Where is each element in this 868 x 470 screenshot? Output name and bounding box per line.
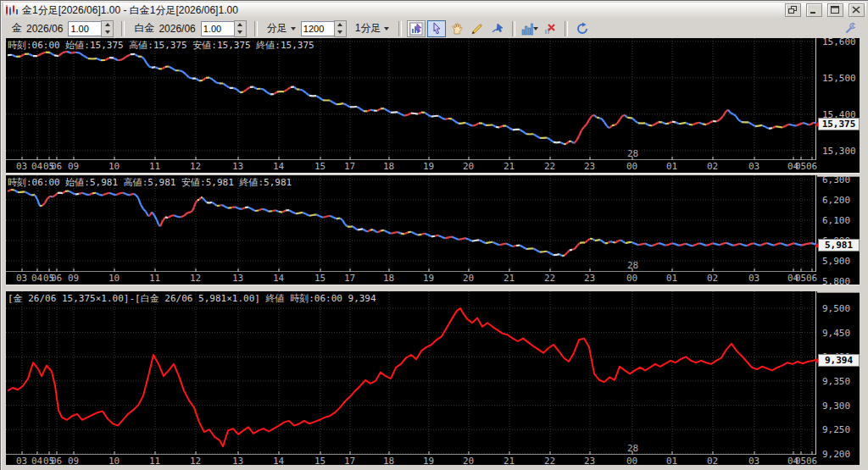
- x-tick-label: 00: [626, 161, 637, 172]
- x-tick-label: 22: [544, 273, 555, 284]
- x-tick-label: 09: [68, 456, 79, 465]
- gold-multiplier-spinner[interactable]: [101, 20, 114, 37]
- wrench-icon[interactable]: [844, 20, 858, 36]
- x-tick-label: 20: [463, 456, 474, 465]
- x-tick-label: 01: [666, 456, 677, 465]
- clear-indicators-button[interactable]: [541, 20, 559, 37]
- toolbar-separator: [512, 21, 515, 36]
- x-tick-label: 09: [68, 273, 79, 284]
- bar-count-field: [301, 20, 347, 37]
- platinum-chart-header: 時刻:06:00 始値:5,981 高値:5,981 安値:5,981 終値:5…: [8, 176, 292, 189]
- svg-text:28: 28: [627, 443, 638, 454]
- x-tick-label: 23: [584, 161, 595, 172]
- platinum-multiplier-field: [201, 20, 247, 37]
- platinum-last-price-badge: 5,981: [818, 239, 860, 252]
- x-tick-label: 17: [344, 273, 355, 284]
- x-tick-label: 03: [16, 273, 27, 284]
- pan-hand-icon: [450, 22, 464, 36]
- platinum-multiplier-input[interactable]: [201, 21, 234, 36]
- gold-multiplier-input[interactable]: [68, 21, 101, 36]
- y-tick-label: 6,200: [822, 195, 850, 206]
- platinum-time-axis: 0304050609101112131415171819202122230001…: [6, 272, 820, 285]
- platinum-chart-panel: 28 時刻:06:00 始値:5,981 高値:5,981 安値:5,981 終…: [6, 175, 860, 285]
- chevron-down-icon: [291, 27, 296, 30]
- x-tick-label: 11: [149, 456, 160, 465]
- spread-last-price-badge: 9,394: [818, 354, 860, 367]
- pencil-button[interactable]: [468, 20, 487, 37]
- x-tick-label: 15: [314, 456, 326, 465]
- x-tick-label: 06: [51, 456, 62, 465]
- chevron-down-icon: [384, 27, 389, 30]
- x-tick-label: 01: [666, 161, 677, 172]
- platinum-multiplier-spinner[interactable]: [234, 20, 247, 37]
- bar-chart-button[interactable]: [520, 20, 539, 37]
- x-tick-label: 05: [795, 273, 806, 284]
- x-tick-label: 18: [383, 273, 394, 284]
- x-tick-label: 23: [584, 456, 595, 465]
- y-tick-label: 9,200: [822, 449, 850, 460]
- chart-pointer-button[interactable]: [407, 20, 426, 37]
- gold-time-axis: 0304050609101112131415171819202122230001…: [6, 160, 820, 173]
- x-tick-label: 10: [108, 161, 120, 172]
- callout-arrow-button[interactable]: [488, 20, 507, 37]
- x-tick-label: 04: [31, 161, 42, 172]
- minimize-button[interactable]: [806, 3, 822, 17]
- restore-button[interactable]: [785, 3, 801, 17]
- bar-count-input[interactable]: [301, 21, 334, 36]
- x-tick-label: 03: [748, 161, 760, 172]
- toolbar-separator: [398, 21, 402, 36]
- maximize-button[interactable]: [827, 3, 843, 17]
- x-tick-label: 18: [383, 456, 394, 465]
- x-tick-label: 19: [423, 456, 434, 465]
- x-tick-label: 11: [149, 161, 160, 172]
- select-arrow-button[interactable]: [427, 20, 446, 37]
- x-tick-label: 21: [504, 161, 515, 172]
- x-tick-label: 13: [232, 161, 243, 172]
- gold-candlestick-chart[interactable]: 28: [6, 38, 817, 160]
- spread-chart-header: [金 26/06 15,375×1.00]-[白金 26/06 5,981×1.…: [8, 292, 376, 305]
- x-tick-label: 19: [423, 273, 434, 284]
- close-button[interactable]: [849, 3, 865, 17]
- x-tick-label: 00: [626, 456, 637, 465]
- x-tick-label: 02: [707, 456, 718, 465]
- x-tick-label: 06: [51, 161, 62, 172]
- chevron-down-icon: [533, 27, 538, 30]
- y-tick-label: 5,800: [822, 276, 850, 285]
- callout-arrow-icon: [491, 22, 504, 36]
- x-tick-label: 10: [108, 273, 120, 284]
- gold-last-price-badge: 15,375: [818, 118, 860, 130]
- app-window: 金1分足[2026/06]1.00 - 白金1分足[2026/06]1.00 金…: [0, 0, 868, 470]
- titlebar[interactable]: 金1分足[2026/06]1.00 - 白金1分足[2026/06]1.00: [3, 3, 866, 18]
- x-tick-label: 03: [16, 161, 27, 172]
- gold-chart-header: 時刻:06:00 始値:15,375 高値:15,375 安値:15,375 終…: [8, 39, 314, 52]
- y-tick-label: 15,600: [822, 38, 856, 47]
- app-icon: [5, 4, 19, 16]
- platinum-candlestick-chart[interactable]: 28: [6, 175, 817, 272]
- refresh-button[interactable]: [573, 20, 592, 37]
- spread-line-chart[interactable]: 28: [6, 291, 817, 455]
- bar-type-dropdown[interactable]: 分足: [267, 21, 296, 36]
- bar-count-spinner[interactable]: [334, 20, 347, 37]
- x-tick-label: 23: [584, 273, 595, 284]
- y-tick-label: 6,100: [822, 215, 850, 226]
- bar-chart-icon: [521, 22, 533, 36]
- x-tick-label: 13: [232, 456, 243, 465]
- platinum-contract-select[interactable]: 2026/06: [159, 23, 195, 35]
- x-tick-label: 05: [795, 161, 806, 172]
- interval-dropdown[interactable]: 1分足: [355, 21, 390, 36]
- bar-type-value: 分足: [267, 21, 287, 36]
- x-tick-label: 17: [344, 161, 355, 172]
- x-tick-label: 20: [463, 273, 474, 284]
- chart-area: 28 時刻:06:00 始値:15,375 高値:15,375 安値:15,37…: [6, 38, 860, 465]
- x-tick-label: 22: [544, 456, 555, 465]
- toolbar: 金 2026/06 白金 2026/06 分足 1分足: [3, 19, 866, 38]
- x-tick-label: 14: [273, 456, 284, 465]
- x-tick-label: 05: [795, 456, 806, 465]
- gold-contract-select[interactable]: 2026/06: [26, 23, 63, 35]
- svg-text:28: 28: [627, 260, 638, 271]
- y-tick-label: 9,300: [822, 401, 850, 412]
- pan-hand-button[interactable]: [448, 20, 466, 37]
- refresh-icon: [576, 22, 589, 36]
- x-tick-label: 04: [31, 456, 42, 465]
- platinum-label: 白金: [134, 21, 154, 36]
